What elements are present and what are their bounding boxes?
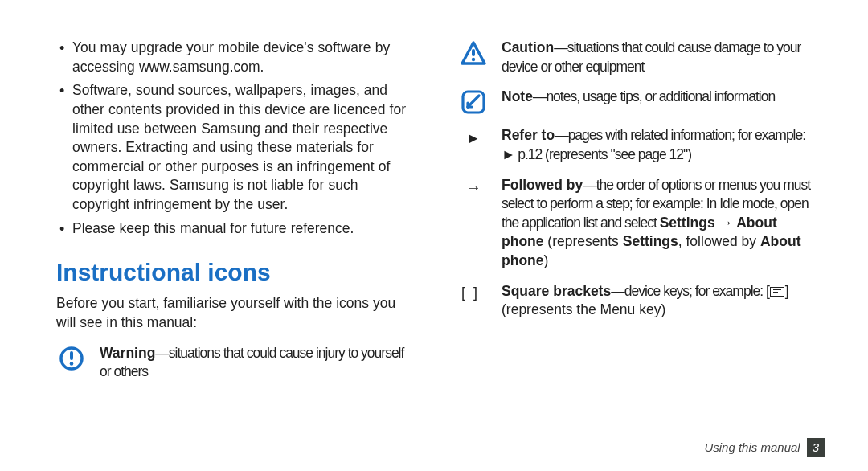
legend-square-brackets: [] Square brackets—device keys; for exam… (458, 282, 812, 320)
followed-by-icon: → (458, 176, 489, 195)
section-intro: Before you start, familiarise yourself w… (56, 294, 410, 332)
menu-key-icon (770, 287, 784, 297)
svg-line-7 (468, 96, 479, 107)
legend-warning: Warning—situations that could cause inju… (56, 344, 410, 382)
legend-refer-to: ► Refer to—pages with related informatio… (458, 126, 812, 164)
right-column: Caution—situations that could cause dama… (434, 39, 825, 452)
section-heading-instructional-icons: Instructional icons (56, 259, 410, 286)
legend-right: Caution—situations that could cause dama… (458, 39, 812, 320)
svg-rect-1 (70, 351, 73, 360)
legend-note: Note—notes, usage tips, or additional in… (458, 88, 812, 115)
notices-list: You may upgrade your mobile device's sof… (56, 39, 410, 238)
footer-section-label: Using this manual (704, 440, 800, 454)
list-item: Please keep this manual for future refer… (56, 219, 410, 239)
legend-caution-text: Caution—situations that could cause dama… (502, 39, 812, 76)
legend-square-brackets-text: Square brackets—device keys; for example… (502, 282, 812, 320)
refer-to-icon: ► (458, 126, 489, 145)
legend-note-text: Note—notes, usage tips, or additional in… (502, 88, 812, 107)
list-item: You may upgrade your mobile device's sof… (56, 39, 410, 76)
legend-caution: Caution—situations that could cause dama… (458, 39, 812, 76)
legend-followed-by: → Followed by—the order of options or me… (458, 176, 812, 271)
legend-warning-text: Warning—situations that could cause inju… (100, 344, 410, 382)
legend-left: Warning—situations that could cause inju… (56, 344, 410, 382)
page-footer: Using this manual 3 (704, 438, 825, 457)
warning-icon (56, 344, 87, 371)
note-icon (458, 88, 489, 115)
footer-page-number: 3 (807, 438, 825, 457)
legend-refer-to-text: Refer to—pages with related information;… (502, 126, 812, 164)
svg-point-5 (472, 58, 475, 61)
svg-point-2 (70, 362, 74, 366)
left-column: You may upgrade your mobile device's sof… (43, 39, 434, 452)
list-item: Software, sound sources, wallpapers, ima… (56, 81, 410, 214)
caution-icon (458, 39, 489, 68)
square-brackets-icon: [] (458, 282, 489, 300)
legend-followed-by-text: Followed by—the order of options or menu… (502, 176, 812, 271)
svg-rect-4 (472, 49, 475, 56)
